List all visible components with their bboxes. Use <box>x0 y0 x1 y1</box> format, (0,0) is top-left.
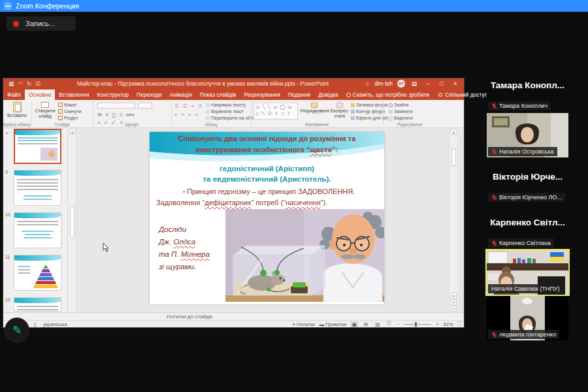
normal-view-button[interactable]: ▣ <box>351 321 358 327</box>
zoom-in-button[interactable]: + <box>436 321 438 327</box>
save-icon[interactable]: ▦ <box>8 80 14 87</box>
ppt-window-title: Майстер-клас - Підтримка психологічного … <box>41 80 365 87</box>
tab-insert[interactable]: Вставлення <box>55 90 93 100</box>
tell-me-box[interactable]: Скажіть, що потрібно зробити <box>342 90 433 100</box>
tab-animations[interactable]: Анімація <box>166 90 196 100</box>
scroll-down-icon[interactable]: ▼ <box>451 293 457 299</box>
participant-tile[interactable]: Карпенко Світл... Карпенко Світлана <box>487 204 568 249</box>
thumbnail-slide-10[interactable] <box>14 212 61 248</box>
tab-review[interactable]: Рецензування <box>240 90 284 100</box>
section-button[interactable]: Розділ <box>58 116 78 120</box>
layout-button[interactable]: Макет <box>58 103 77 107</box>
account-avatar[interactable]: DT <box>397 80 405 88</box>
current-slide[interactable]: Співіснують два основні підходи до розум… <box>150 132 384 304</box>
fit-to-window-icon[interactable]: ⛶ <box>458 321 461 327</box>
tab-view[interactable]: Подання <box>284 90 314 100</box>
ppt-status-bar: Слайд 8 ▯ українська ≡ Нотатки ▬ Примітк… <box>3 320 464 327</box>
participant-tile[interactable]: людмила гонтаренко <box>487 296 568 340</box>
font-size-box[interactable] <box>138 103 152 108</box>
section-icon <box>58 116 63 120</box>
slide-sorter-button[interactable]: ⊞ <box>363 321 369 327</box>
smartart-icon <box>206 116 210 120</box>
thumbnail-scrollbar[interactable]: ▲ <box>68 128 76 312</box>
slideshow-icon[interactable]: ⊡ <box>36 80 41 87</box>
select-button[interactable]: Виділити <box>389 115 413 122</box>
thumbnail-number: 12 <box>5 297 10 302</box>
font-name-box[interactable] <box>97 103 135 108</box>
mini-text-line <box>18 143 57 144</box>
slideshow-view-button[interactable]: ⛉ <box>385 321 392 327</box>
quick-styles-button[interactable]: Експрес-стилі <box>329 103 351 118</box>
ribbon-options-icon[interactable]: ▤ <box>410 80 419 87</box>
replace-button[interactable]: Замінити <box>389 108 413 115</box>
warning-icon[interactable]: ⚠ <box>365 81 370 87</box>
scrollbar-thumb[interactable] <box>70 206 74 238</box>
italic-button[interactable]: К <box>105 112 108 118</box>
tab-home[interactable]: Основне <box>25 90 55 100</box>
scrollbar-thumb[interactable] <box>451 149 456 166</box>
zoom-out-button[interactable]: − <box>397 321 399 327</box>
slide-thumbnail-panel: ✳ 9 10 <box>3 128 68 312</box>
language-status[interactable]: українська <box>43 321 67 327</box>
thumbnail-slide-8[interactable] <box>14 129 61 164</box>
reset-button[interactable]: Скинути <box>58 109 82 114</box>
reading-view-button[interactable]: ▥ <box>374 321 381 327</box>
select-icon <box>389 116 393 120</box>
tab-file[interactable]: Файл <box>3 90 25 100</box>
thumbnail-number: 9 <box>5 170 8 174</box>
mini-text-line <box>17 309 57 310</box>
underline-button[interactable]: П <box>112 112 116 118</box>
thumbnail-slide-11[interactable] <box>14 255 61 291</box>
tab-design[interactable]: Конструктор <box>93 90 133 100</box>
mini-text-line <box>17 182 57 184</box>
comments-toggle[interactable]: ▬ Примітки <box>319 321 346 327</box>
ppt-titlebar: ▦ ↶ ↻ ⊡ Майстер-клас - Підтримка психоло… <box>3 78 464 89</box>
zoom-level[interactable]: 81% <box>444 321 453 327</box>
thumbnail-slide-9[interactable] <box>14 170 61 206</box>
find-button[interactable]: Знайти <box>389 102 413 108</box>
participant-tile-active-speaker[interactable]: Наталія Савелюк (ТНПУ) <box>487 250 568 295</box>
zoom-logo-icon: zm <box>4 2 12 10</box>
thumbnail-slide-12[interactable] <box>14 297 61 312</box>
zoom-slider-thumb[interactable] <box>415 322 417 327</box>
zoom-titlebar: zm Zoom Конференция <box>0 0 588 12</box>
bold-button[interactable]: Ж <box>97 112 102 118</box>
tab-help[interactable]: Довідка <box>314 90 342 100</box>
restore-button[interactable]: □ <box>437 80 446 87</box>
new-slide-button[interactable]: Створити слайд <box>33 102 57 118</box>
list-buttons[interactable]: ☰ ☰ ≡ ≣ <box>174 103 203 109</box>
annotation-pencil-button[interactable]: ✎ <box>5 318 29 342</box>
slide-canvas: Співіснують два основні підходи до розум… <box>76 128 457 312</box>
mini-text-line <box>17 221 57 222</box>
close-button[interactable]: × <box>451 80 460 87</box>
participant-tile[interactable]: Вікторія Юрче... Вікторія Юрченко ЛО... <box>487 159 568 203</box>
mini-text-line <box>17 306 57 307</box>
scroll-up-icon[interactable]: ▲ <box>69 129 75 135</box>
arrange-button[interactable]: Упорядкувати <box>300 103 329 114</box>
tab-transitions[interactable]: Переходи <box>133 90 166 100</box>
tab-slideshow[interactable]: Показ слайдів <box>196 90 240 100</box>
participant-tile[interactable]: Тамара Конопл... Тамара Коноплич <box>487 67 568 112</box>
account-name[interactable]: dim teh <box>374 80 393 87</box>
minimize-button[interactable]: – <box>423 80 433 87</box>
align-text-icon <box>206 110 210 114</box>
scroll-up-icon[interactable]: ▲ <box>451 129 457 135</box>
spellcheck-icon[interactable]: ▯ <box>34 321 37 327</box>
notes-pane[interactable]: Нотатки до слайда <box>3 312 464 320</box>
participant-display-name: Карпенко Світл... <box>487 218 568 227</box>
share-button[interactable]: Спільний доступ <box>433 90 493 100</box>
participant-tile[interactable]: Наталія Островська <box>487 113 568 157</box>
shapes-gallery[interactable]: ▭ ╲ ╲ ▭ ◯ ▭ △ ⤡ ⬠ ⇩ ☆ ⌇ <box>253 103 298 120</box>
notes-toggle[interactable]: ≡ Нотатки <box>293 321 315 327</box>
zoom-slider[interactable] <box>404 324 431 325</box>
align-buttons[interactable]: ≡ ≡ ≡ ≡ <box>174 112 199 118</box>
shadow-button[interactable]: S <box>119 112 122 118</box>
previous-slide-icon[interactable]: ≙ <box>451 299 457 305</box>
strikethrough-button[interactable]: abc <box>126 112 135 118</box>
recording-indicator[interactable]: Запись... <box>7 16 76 31</box>
redo-icon[interactable]: ↻ <box>27 80 32 87</box>
paste-button[interactable]: Вставити <box>6 102 28 118</box>
canvas-vertical-scrollbar[interactable]: ▲ ▼ ≙ ≚ <box>449 128 457 312</box>
next-slide-icon[interactable]: ≚ <box>451 306 457 312</box>
undo-icon[interactable]: ↶ <box>18 80 24 87</box>
